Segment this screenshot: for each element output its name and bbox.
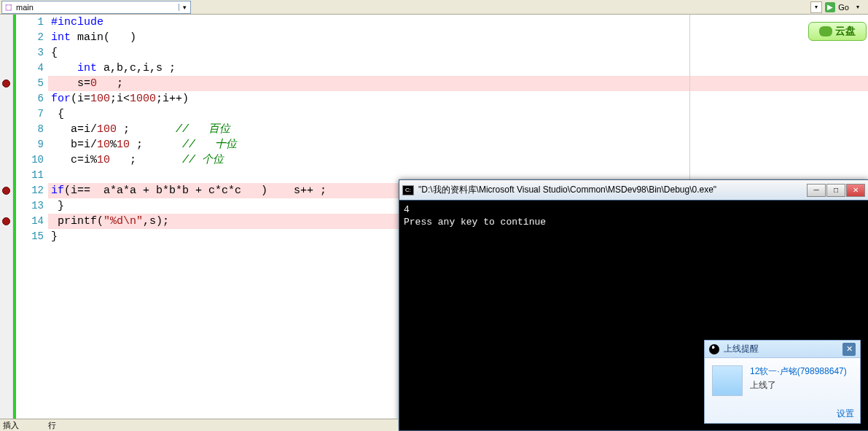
code-line[interactable]: c=i%10 ; // 个位 xyxy=(48,152,868,168)
line-number: 13 xyxy=(16,198,44,214)
line-number: 3 xyxy=(16,45,44,61)
code-line[interactable]: int a,b,c,i,s ; xyxy=(48,61,868,76)
breakpoint-slot[interactable] xyxy=(0,137,12,152)
code-line[interactable]: #include xyxy=(48,15,868,30)
top-toolbar: ⬚ main ▾ ▾ ▶ Go ▾ xyxy=(0,0,868,15)
go-section: ▾ ▶ Go ▾ xyxy=(810,1,867,13)
breakpoint-slot[interactable] xyxy=(0,152,12,168)
qq-status-text: 上线了 xyxy=(750,379,847,392)
console-output: 4 Press any key to continue xyxy=(399,201,868,231)
line-number: 11 xyxy=(16,168,44,183)
qq-popup-title: 上线提醒 xyxy=(724,343,759,355)
line-number: 10 xyxy=(16,152,44,168)
line-number-gutter: 123456789101112131415 xyxy=(16,15,48,419)
console-line: 4 xyxy=(404,203,864,216)
breakpoint-slot[interactable] xyxy=(0,15,12,30)
go-label: Go xyxy=(838,3,849,12)
line-number: 14 xyxy=(16,214,44,229)
status-line-label: 行 xyxy=(48,420,56,431)
window-buttons: ─ □ ✕ xyxy=(807,184,865,197)
qq-username-link[interactable]: 12软一·卢铭(798988647) xyxy=(750,365,847,378)
avatar[interactable] xyxy=(712,365,743,396)
breakpoint-gutter[interactable] xyxy=(0,15,13,419)
code-line[interactable]: int main( ) xyxy=(48,30,868,45)
maximize-button[interactable]: □ xyxy=(826,184,845,197)
status-bar: 插入 行 xyxy=(0,419,398,431)
function-name: main xyxy=(16,3,34,12)
code-line[interactable]: s=0 ; xyxy=(48,76,868,91)
status-insert-mode: 插入 xyxy=(3,420,19,431)
breakpoint-slot[interactable] xyxy=(0,30,12,45)
line-number: 7 xyxy=(16,106,44,122)
qq-settings-link[interactable]: 设置 xyxy=(837,408,854,420)
cloud-icon xyxy=(819,26,832,36)
breakpoint-slot[interactable] xyxy=(0,198,12,214)
function-dropdown[interactable]: ⬚ main ▾ xyxy=(1,1,191,14)
breakpoint-icon[interactable] xyxy=(2,79,10,88)
breakpoint-icon[interactable] xyxy=(2,217,10,225)
code-line[interactable]: { xyxy=(48,106,868,122)
breakpoint-slot[interactable] xyxy=(0,183,12,198)
toolbar-mini-dropdown[interactable]: ▾ xyxy=(810,1,822,13)
close-button[interactable]: ✕ xyxy=(846,184,865,197)
qq-popup-body: 12软一·卢铭(798988647) 上线了 xyxy=(705,358,860,403)
breakpoint-slot[interactable] xyxy=(0,76,12,91)
console-title: "D:\我的资料库\Microsoft Visual Studio\Common… xyxy=(418,184,716,196)
go-run-icon[interactable]: ▶ xyxy=(825,2,835,12)
breakpoint-slot[interactable] xyxy=(0,122,12,137)
console-app-icon: C: xyxy=(402,185,414,195)
console-titlebar[interactable]: C: "D:\我的资料库\Microsoft Visual Studio\Com… xyxy=(399,180,868,201)
line-number: 8 xyxy=(16,122,44,137)
breakpoint-slot[interactable] xyxy=(0,168,12,183)
yunpan-cloud-button[interactable]: 云盘 xyxy=(808,22,867,41)
line-number: 15 xyxy=(16,229,44,244)
qq-user-info: 12软一·卢铭(798988647) 上线了 xyxy=(750,365,847,396)
code-line[interactable]: for(i=100;i<1000;i++) xyxy=(48,91,868,106)
dropdown-arrow-icon[interactable]: ▾ xyxy=(179,4,190,11)
line-number: 12 xyxy=(16,183,44,198)
code-line[interactable]: { xyxy=(48,45,868,61)
qq-popup-titlebar[interactable]: 上线提醒 ✕ xyxy=(705,341,860,358)
qq-penguin-icon xyxy=(709,344,719,354)
qq-notification-popup[interactable]: 上线提醒 ✕ 12软一·卢铭(798988647) 上线了 设置 xyxy=(704,340,861,424)
line-number: 1 xyxy=(16,15,44,30)
breakpoint-slot[interactable] xyxy=(0,45,12,61)
breakpoint-slot[interactable] xyxy=(0,61,12,76)
line-number: 6 xyxy=(16,91,44,106)
line-number: 5 xyxy=(16,76,44,91)
line-number: 4 xyxy=(16,61,44,76)
breakpoint-slot[interactable] xyxy=(0,106,12,122)
yunpan-label: 云盘 xyxy=(835,25,856,38)
line-number: 2 xyxy=(16,30,44,45)
qq-close-button[interactable]: ✕ xyxy=(842,343,856,356)
breakpoint-slot[interactable] xyxy=(0,91,12,106)
line-number: 9 xyxy=(16,137,44,152)
breakpoint-slot[interactable] xyxy=(0,229,12,244)
minimize-button[interactable]: ─ xyxy=(807,184,826,197)
code-line[interactable]: b=i/10%10 ; // 十位 xyxy=(48,137,868,152)
function-icon: ⬚ xyxy=(5,3,13,11)
console-line: Press any key to continue xyxy=(404,216,864,228)
breakpoint-slot[interactable] xyxy=(0,214,12,229)
code-line[interactable]: a=i/100 ; // 百位 xyxy=(48,122,868,137)
go-dropdown-icon[interactable]: ▾ xyxy=(852,1,864,13)
breakpoint-icon[interactable] xyxy=(2,187,10,195)
